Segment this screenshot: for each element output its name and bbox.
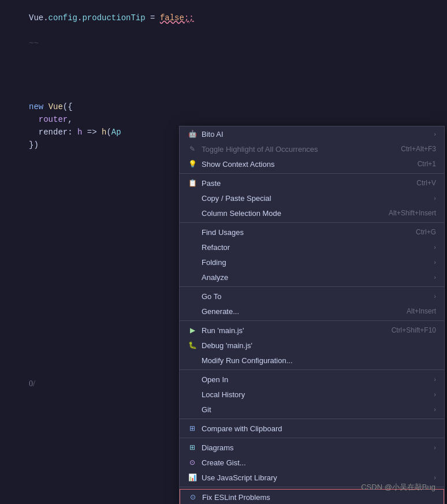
- code-line-1: Vue.config.productionTip = false;;: [29, 12, 441, 24]
- code-line-router: router,: [29, 113, 441, 126]
- column-selection-icon: [188, 208, 197, 218]
- menu-item-go-to[interactable]: Go To ›: [180, 289, 444, 304]
- refactor-icon: [188, 242, 197, 252]
- generate-icon: [188, 307, 197, 316]
- menu-item-toggle-highlight: ✎ Toggle Highlight of All Occurrences Ct…: [180, 141, 444, 156]
- toggle-highlight-icon: ✎: [188, 144, 197, 154]
- menu-item-git[interactable]: Git ›: [180, 402, 444, 417]
- diagrams-label: Diagrams: [202, 443, 234, 452]
- separator-3: [180, 286, 444, 287]
- bottom-code: 0/: [29, 379, 35, 389]
- go-to-icon: [188, 292, 197, 301]
- run-shortcut: Ctrl+Shift+F10: [392, 326, 436, 334]
- menu-item-find-usages[interactable]: Find Usages Ctrl+G: [180, 225, 444, 240]
- debug-label: Debug 'main.js': [202, 341, 252, 350]
- diagrams-icon: ⊞: [188, 443, 197, 452]
- folding-icon: [188, 257, 197, 267]
- menu-item-local-history[interactable]: Local History ›: [180, 387, 444, 402]
- toggle-highlight-label: Toggle Highlight of All Occurrences: [202, 145, 318, 154]
- jslib-icon: 📊: [188, 473, 197, 482]
- git-icon: [188, 405, 197, 414]
- separator-4: [180, 320, 444, 321]
- find-usages-icon: [188, 227, 197, 237]
- menu-item-paste[interactable]: 📋 Paste Ctrl+V: [180, 176, 444, 191]
- fix-eslint-label: Fix ESLint Problems: [202, 493, 270, 502]
- open-in-arrow: ›: [434, 376, 436, 383]
- folding-label: Folding: [202, 258, 226, 267]
- compare-clipboard-label: Compare with Clipboard: [202, 424, 282, 433]
- refactor-label: Refactor: [202, 243, 230, 252]
- menu-item-generate[interactable]: Generate... Alt+Insert: [180, 304, 444, 319]
- show-context-label: Show Context Actions: [202, 160, 274, 169]
- local-history-label: Local History: [202, 390, 245, 399]
- open-in-icon: [188, 375, 197, 384]
- separator-2: [180, 222, 444, 223]
- bito-ai-arrow: ›: [434, 130, 436, 137]
- find-usages-shortcut: Ctrl+G: [416, 228, 436, 236]
- watermark-text: CSDN @小吴在敲Bug: [361, 483, 435, 491]
- eslint-icon: ⊙: [188, 492, 198, 502]
- generate-shortcut: Alt+Insert: [407, 307, 436, 315]
- separator-7: [180, 438, 444, 438]
- run-label: Run 'main.js': [202, 326, 244, 335]
- menu-item-analyze[interactable]: Analyze ›: [180, 270, 444, 285]
- separator-1: [180, 173, 444, 174]
- go-to-arrow: ›: [434, 293, 436, 300]
- git-label: Git: [202, 405, 211, 414]
- bito-ai-label: Bito AI: [202, 130, 224, 139]
- paste-shortcut: Ctrl+V: [416, 179, 436, 187]
- column-selection-shortcut: Alt+Shift+Insert: [389, 209, 436, 217]
- gist-icon: ⊙: [188, 458, 197, 467]
- copy-paste-icon: [188, 193, 197, 203]
- menu-item-refactor[interactable]: Refactor ›: [180, 240, 444, 255]
- modify-run-icon: [188, 356, 197, 365]
- generate-label: Generate...: [202, 307, 239, 316]
- analyze-label: Analyze: [202, 273, 228, 282]
- separator-5: [180, 369, 444, 370]
- menu-item-run[interactable]: ▶ Run 'main.js' Ctrl+Shift+F10: [180, 323, 444, 338]
- folding-arrow: ›: [434, 259, 436, 266]
- diagrams-arrow: ›: [434, 444, 436, 451]
- separator-6: [180, 419, 444, 419]
- find-usages-label: Find Usages: [202, 228, 244, 237]
- menu-item-open-in[interactable]: Open In ›: [180, 372, 444, 387]
- jslib-arrow: ›: [434, 474, 436, 481]
- code-line-new-vue: new Vue({: [29, 100, 441, 113]
- modify-run-label: Modify Run Configuration...: [202, 356, 293, 365]
- debug-icon: 🐛: [188, 341, 197, 350]
- local-history-icon: [188, 390, 197, 399]
- compare-clipboard-icon: ⊞: [188, 424, 197, 433]
- toggle-highlight-shortcut: Ctrl+Alt+F3: [401, 145, 436, 153]
- show-context-shortcut: Ctrl+1: [418, 160, 436, 168]
- analyze-arrow: ›: [434, 274, 436, 281]
- refactor-arrow: ›: [434, 244, 436, 251]
- menu-item-diagrams[interactable]: ⊞ Diagrams ›: [180, 440, 444, 455]
- paste-label: Paste: [202, 179, 221, 188]
- run-icon: ▶: [188, 326, 197, 335]
- code-line-tilde: ~~: [29, 37, 441, 50]
- menu-item-folding[interactable]: Folding ›: [180, 255, 444, 270]
- code-line-2: [29, 24, 441, 37]
- watermark: CSDN @小吴在敲Bug: [361, 482, 435, 492]
- copy-paste-label: Copy / Paste Special: [202, 194, 271, 203]
- menu-item-bito-ai[interactable]: 🤖 Bito AI ›: [180, 126, 444, 141]
- menu-item-column-selection[interactable]: Column Selection Mode Alt+Shift+Insert: [180, 206, 444, 221]
- bulb-icon: 💡: [188, 159, 197, 169]
- copy-paste-arrow: ›: [434, 195, 436, 201]
- menu-item-show-context[interactable]: 💡 Show Context Actions Ctrl+1: [180, 156, 444, 171]
- menu-item-modify-run[interactable]: Modify Run Configuration...: [180, 353, 444, 368]
- context-menu: 🤖 Bito AI › ✎ Toggle Highlight of All Oc…: [179, 126, 445, 504]
- git-arrow: ›: [434, 406, 436, 413]
- paste-icon: 📋: [188, 178, 197, 188]
- open-in-label: Open In: [202, 375, 228, 384]
- menu-item-debug[interactable]: 🐛 Debug 'main.js': [180, 338, 444, 353]
- analyze-icon: [188, 272, 197, 282]
- bito-ai-icon: 🤖: [188, 129, 197, 139]
- menu-item-copy-paste[interactable]: Copy / Paste Special ›: [180, 191, 444, 206]
- local-history-arrow: ›: [434, 391, 436, 398]
- menu-item-create-gist[interactable]: ⊙ Create Gist...: [180, 455, 444, 470]
- menu-item-compare-clipboard[interactable]: ⊞ Compare with Clipboard: [180, 421, 444, 436]
- create-gist-label: Create Gist...: [202, 458, 246, 467]
- go-to-label: Go To: [202, 292, 221, 301]
- column-selection-label: Column Selection Mode: [202, 209, 281, 218]
